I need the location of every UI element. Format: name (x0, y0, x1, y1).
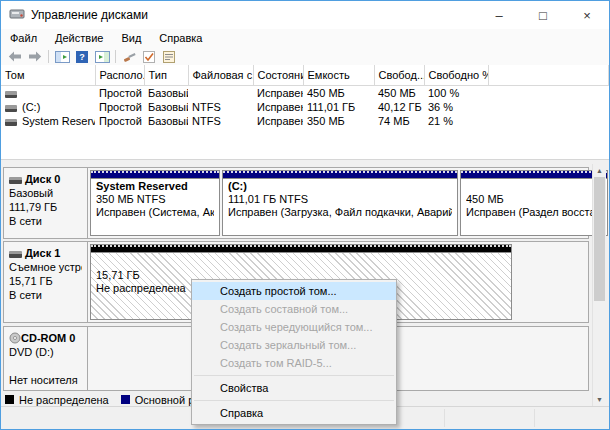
disk-icon (9, 251, 22, 258)
scroll-down-icon[interactable]: ▼ (593, 393, 606, 406)
primary-partition-swatch (121, 395, 130, 404)
col-filler (488, 65, 609, 86)
col-capacity[interactable]: Емкость (303, 65, 374, 86)
window-controls: – □ × (477, 1, 609, 29)
menu-item-create-mirrored-volume: Создать зеркальный том... (192, 336, 396, 354)
partition-title: System Reserved (96, 180, 214, 193)
statusbar-divider (534, 409, 535, 427)
free-cell: 450 МБ (374, 86, 424, 101)
capacity-cell: 111,01 ГБ (303, 100, 374, 114)
table-row[interactable]: (C:) Простой Базовый NTFS Исправен... 11… (1, 100, 609, 114)
cdrom-kind: DVD (D:) (9, 345, 82, 359)
disk0-label[interactable]: Диск 0 Базовый 111,79 ГБ В сети (4, 168, 88, 238)
disk-icon (5, 105, 17, 112)
type-cell: Базовый (144, 86, 188, 101)
table-header-row: Том Располо... Тип Файловая с... Состоян… (1, 65, 609, 86)
partition-color-bar (223, 171, 457, 179)
toolbar: ? (1, 48, 609, 66)
console-tree-icon[interactable] (52, 49, 72, 65)
partition-color-bar (91, 171, 219, 179)
partition-size: 111,01 ГБ NTFS (228, 193, 452, 206)
context-menu: Создать простой том... Создать составной… (191, 279, 397, 425)
col-status[interactable]: Состояние (253, 65, 303, 86)
disk0-status: В сети (9, 214, 82, 228)
table-row[interactable]: Простой Базовый Исправен... 450 МБ 450 М… (1, 86, 609, 101)
col-type[interactable]: Тип (144, 65, 188, 86)
free-cell: 74 МБ (374, 114, 424, 128)
cdrom-name: CD-ROM 0 (21, 332, 75, 344)
disk1-label[interactable]: Диск 1 Съемное устро 15,71 ГБ В сети (4, 242, 88, 322)
properties-icon[interactable] (159, 49, 179, 65)
disk0-kind: Базовый (9, 186, 82, 200)
status-cell: Исправен... (253, 114, 303, 128)
minimize-button[interactable]: – (477, 1, 521, 29)
volume-cell: (C:) (1, 100, 95, 114)
disk1-kind: Съемное устро (9, 260, 82, 274)
maximize-button[interactable]: □ (521, 1, 565, 29)
layout-cell: Простой (95, 86, 144, 101)
type-cell: Базовый (144, 114, 188, 128)
layout-cell: Простой (95, 100, 144, 114)
menu-help[interactable]: Справка (150, 29, 211, 48)
col-free-pct[interactable]: Свободно % (424, 65, 488, 86)
partition-title (466, 180, 602, 193)
fs-cell: NTFS (188, 100, 253, 114)
col-filesystem[interactable]: Файловая с... (188, 65, 253, 86)
cdrom-status: Нет носителя (9, 373, 82, 387)
partition-c[interactable]: (C:) 111,01 ГБ NTFS Исправен (Загрузка, … (222, 170, 458, 236)
menu-file[interactable]: Файл (1, 29, 46, 48)
tool-icon[interactable] (119, 49, 139, 65)
action-pane-icon[interactable] (92, 49, 112, 65)
menu-item-create-simple-volume[interactable]: Создать простой том... (192, 282, 396, 300)
menu-view[interactable]: Вид (112, 29, 150, 48)
col-layout[interactable]: Располо... (95, 65, 144, 86)
menu-separator (194, 400, 394, 401)
partition-size: 450 МБ (466, 193, 602, 206)
scrollbar-thumb[interactable] (594, 177, 605, 301)
unallocated-swatch (5, 395, 14, 404)
partition-status: Исправен (Система, Акти (96, 206, 214, 219)
title-bar: Управление дисками – □ × (1, 1, 609, 29)
menu-item-properties[interactable]: Свойства (192, 379, 396, 397)
legend-label: Не распределена (19, 394, 109, 406)
fs-cell (188, 86, 253, 101)
cd-disc-icon (9, 332, 21, 344)
volume-list-panel: Том Располо... Тип Файловая с... Состоян… (1, 65, 609, 159)
disk-icon (9, 177, 22, 184)
help-icon[interactable]: ? (72, 49, 92, 65)
partition-system-reserved[interactable]: System Reserved 350 МБ NTFS Исправен (Си… (90, 170, 220, 236)
volume-cell (1, 86, 95, 101)
disk1-size: 15,71 ГБ (9, 274, 82, 288)
partition-recovery[interactable]: 450 МБ Исправен (Раздел восстан (460, 170, 608, 236)
partition-color-bar (461, 171, 607, 179)
col-free[interactable]: Свобод... (374, 65, 424, 86)
layout-cell: Простой (95, 114, 144, 128)
disk0-size: 111,79 ГБ (9, 200, 82, 214)
status-cell: Исправен... (253, 100, 303, 114)
free-cell: 40,12 ГБ (374, 100, 424, 114)
menu-item-create-raid5-volume: Создать том RAID-5... (192, 354, 396, 372)
volume-table: Том Располо... Тип Файловая с... Состоян… (1, 65, 609, 128)
statusbar-divider (444, 409, 445, 427)
menu-item-create-striped-volume: Создать чередующийся том... (192, 318, 396, 336)
cdrom-label[interactable]: CD-ROM 0 DVD (D:) Нет носителя (4, 327, 88, 390)
menu-item-help[interactable]: Справка (192, 404, 396, 422)
partition-status: Исправен (Загрузка, Файл подкачки, Авари… (228, 206, 452, 219)
menu-action[interactable]: Действие (46, 29, 112, 48)
disk0-name: Диск 0 (25, 173, 60, 185)
disk-management-window: Управление дисками – □ × Файл Действие В… (0, 0, 610, 430)
forward-arrow-icon[interactable] (25, 49, 45, 65)
scroll-up-icon[interactable]: ▲ (593, 164, 606, 177)
disk1-name: Диск 1 (25, 247, 60, 259)
table-row[interactable]: System Reserved Простой Базовый NTFS Исп… (1, 114, 609, 128)
col-volume[interactable]: Том (1, 65, 95, 86)
menu-separator (194, 375, 394, 376)
checkmark-icon[interactable] (139, 49, 159, 65)
back-arrow-icon[interactable] (5, 49, 25, 65)
fs-cell: NTFS (188, 114, 253, 128)
vertical-scrollbar[interactable]: ▲ ▼ (592, 164, 606, 406)
free-pct-cell: 21 % (424, 114, 488, 128)
close-button[interactable]: × (565, 1, 609, 29)
disk-icon (5, 119, 17, 126)
disk0-graph: System Reserved 350 МБ NTFS Исправен (Си… (88, 168, 610, 238)
